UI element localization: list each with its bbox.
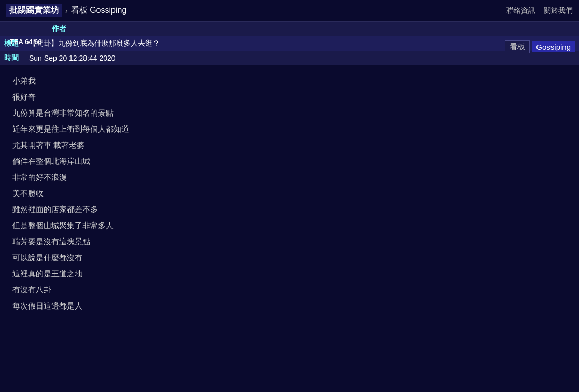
time-label: 時間: [4, 53, 29, 63]
title-row: 標題 【問卦】九份到底為什麼那麼多人去逛？: [0, 36, 579, 51]
site-title[interactable]: 批踢踢實業坊: [6, 4, 62, 17]
post-line: 美不勝收: [12, 186, 567, 200]
article-header: TEA 64 66 看板 Gossiping 作者 標題 【問卦】九份到底為什麼…: [0, 22, 579, 65]
author-label: 作者: [52, 24, 77, 34]
post-line: 倘佯在整個北海岸山城: [12, 154, 567, 168]
top-navigation: 批踢踢實業坊 › 看板 Gossiping Gossiping 聯絡資訊 關於我…: [0, 0, 579, 22]
board-nav-name[interactable]: Gossiping: [90, 6, 126, 15]
post-content: 小弟我很好奇九份算是台灣非常知名的景點近年來更是往上衝到每個人都知道尤其開著車 …: [0, 65, 579, 323]
contact-link[interactable]: 聯絡資訊: [506, 6, 535, 16]
board-nav-label: 看板 Gossiping: [71, 5, 127, 16]
post-line: 九份算是台灣非常知名的景點: [12, 106, 567, 120]
post-line: 非常的好不浪漫: [12, 170, 567, 184]
post-line: 每次假日這邊都是人: [12, 299, 567, 313]
board-tag-area: 看板 Gossiping: [505, 40, 575, 53]
post-line: 很好奇: [12, 90, 567, 104]
time-value: Sun Sep 20 12:28:44 2020: [29, 54, 575, 62]
board-nav-prefix: 看板: [71, 6, 88, 15]
post-line: 雖然裡面的店家都差不多: [12, 202, 567, 216]
about-link[interactable]: 關於我們: [544, 6, 573, 16]
board-tag-label: 看板: [505, 40, 530, 53]
board-tag-value: Gossiping: [532, 41, 575, 52]
title-value: 【問卦】九份到底為什麼那麼多人去逛？: [29, 39, 575, 48]
breadcrumb: 批踢踢實業坊 › 看板 Gossiping Gossiping: [6, 4, 126, 17]
author-row: 作者: [0, 22, 579, 36]
post-line: 小弟我: [12, 74, 567, 88]
breadcrumb-arrow: ›: [65, 7, 68, 15]
post-line: 尤其開著車 載著老婆: [12, 138, 567, 152]
top-nav-right: 聯絡資訊 關於我們: [506, 6, 573, 16]
time-row: 時間 Sun Sep 20 12:28:44 2020: [0, 51, 579, 65]
post-line: 但是整個山城聚集了非常多人: [12, 218, 567, 232]
post-line: 可以說是什麼都沒有: [12, 250, 567, 264]
post-line: 這裡真的是王道之地: [12, 267, 567, 281]
post-line: 瑞芳要是沒有這塊景點: [12, 234, 567, 248]
post-line: 近年來更是往上衝到每個人都知道: [12, 122, 567, 136]
post-line: 有沒有八卦: [12, 283, 567, 297]
counter-display: TEA 64 66: [10, 38, 42, 46]
